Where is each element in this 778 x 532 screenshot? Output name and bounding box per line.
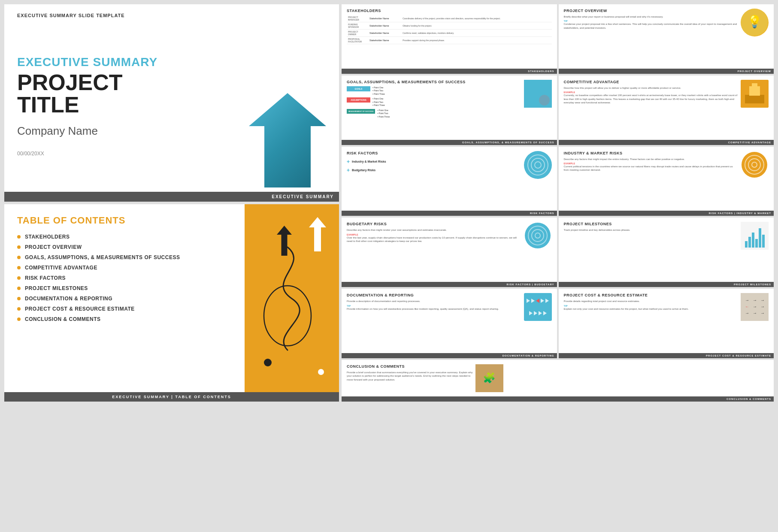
risk-maze-image xyxy=(524,151,552,179)
goals-item-1: GOALS • Point One• Point Two• Point Thre… xyxy=(347,86,524,96)
industry-title: INDUSTRY & MARKET RISKS xyxy=(564,151,738,155)
svg-text:💡: 💡 xyxy=(747,15,762,29)
comp-adv-image xyxy=(741,80,769,108)
slide-cost-estimate: PROJECT COST & RESOURCE ESTIMATE Provide… xyxy=(559,289,774,358)
budget-body: Describe any factors that might render y… xyxy=(347,228,521,232)
toc-footer: EXECUTIVE SUMMARY | TABLE OF CONTENTS xyxy=(4,392,339,402)
toc-item-4: COMPETITIVE ADVANTAGE xyxy=(17,265,232,271)
docs-title: DOCUMENTATION & REPORTING xyxy=(347,293,524,297)
slide-documentation: DOCUMENTATION & REPORTING Provide a desc… xyxy=(342,289,557,358)
svg-text:→: → xyxy=(753,298,757,302)
toc-bullet xyxy=(17,256,21,259)
svg-rect-3 xyxy=(524,80,552,108)
stakeholders-footer: STAKEHOLDERS xyxy=(342,69,557,74)
toc-bullet xyxy=(17,276,21,280)
stakeholders-table: PROJECT MANAGER Stakeholder Name Coordin… xyxy=(347,15,552,44)
toc-item-5: RISK FACTORS xyxy=(17,275,232,281)
toc-items: STAKEHOLDERS PROJECT OVERVIEW GOALS, ASS… xyxy=(17,234,232,322)
goals-item-3: MEASUREMENT OF SUCCESS • Point One• Poin… xyxy=(347,109,524,119)
toc-bullet xyxy=(17,245,21,249)
toc-scribble xyxy=(249,239,326,367)
slide-stakeholders: STAKEHOLDERS PROJECT MANAGER Stakeholder… xyxy=(342,4,557,74)
toc-item-9: CONCLUSION & COMMENTS xyxy=(17,316,232,322)
docs-footer: DOCUMENTATION & REPORTING xyxy=(342,353,557,358)
conclusion-body: Provide a brief conclusion that summariz… xyxy=(347,371,475,381)
milestones-image xyxy=(741,222,769,250)
toc-bullet xyxy=(17,266,21,269)
toc-bullet xyxy=(17,287,21,290)
milestones-body: Track project timeline and key deliverab… xyxy=(564,228,741,232)
svg-text:→: → xyxy=(753,304,757,309)
cost-title: PROJECT COST & RESOURCE ESTIMATE xyxy=(564,293,741,297)
risk-item-2: Budgetary Risks xyxy=(352,169,375,172)
industry-maze-image xyxy=(741,151,769,179)
toc-bullet xyxy=(17,307,21,311)
overview-title: PROJECT OVERVIEW xyxy=(564,9,741,13)
overview-bulb-image: 💡 xyxy=(741,9,769,36)
svg-text:→: → xyxy=(745,298,749,302)
svg-text:←: ← xyxy=(745,304,749,309)
toc-item-2: PROJECT OVERVIEW xyxy=(17,244,232,250)
industry-example-body: Current political tensions in the countr… xyxy=(564,165,738,172)
conclusion-footer: CONCLUSION & COMMENTS xyxy=(342,396,774,402)
toc-bullet xyxy=(17,297,21,300)
overview-footer: PROJECT OVERVIEW xyxy=(559,69,774,74)
slide-goals: GOALS, ASSUMPTIONS, & MEASUREMENTS OF SU… xyxy=(342,76,557,145)
toc-item-6: PROJECT MILESTONES xyxy=(17,285,232,291)
slide-budgetary-risks: BUDGETARY RISKS Describe any factors tha… xyxy=(342,218,557,287)
docs-arrows-image xyxy=(524,293,552,321)
risk-item-1: Industry & Market Risks xyxy=(352,160,386,163)
goals-title: GOALS, ASSUMPTIONS, & MEASUREMENTS OF SU… xyxy=(347,80,524,84)
budget-maze-image xyxy=(524,222,552,250)
industry-body: Describe any factors that might impact t… xyxy=(564,157,738,161)
exec-footer: EXECUTIVE SUMMARY xyxy=(4,192,339,202)
exec-blue-title: EXECUTIVE SUMMARY xyxy=(17,55,240,69)
comp-adv-body: Describe how this project will allow you… xyxy=(564,86,741,90)
toc-title: TABLE OF CONTENTS xyxy=(17,215,232,226)
risk-footer: RISK FACTORS xyxy=(342,211,557,216)
toc-right-panel xyxy=(245,204,339,392)
toc-dot-white xyxy=(318,369,324,375)
exec-subtitle: EXECUTIVE SUMMARY SLIDE TEMPLATE xyxy=(17,13,326,18)
budget-footer: RISK FACTORS | Budgetary xyxy=(342,282,557,287)
comp-adv-title: COMPETITIVE ADVANTAGE xyxy=(564,80,741,84)
svg-rect-6 xyxy=(749,86,760,96)
budget-example-body: Over the last year, supply chain disrupt… xyxy=(347,236,521,243)
toc-bullet xyxy=(17,317,21,321)
svg-text:→: → xyxy=(745,311,749,315)
toc-item-8: PROJECT COST & RESOURCE ESTIMATE xyxy=(17,306,232,312)
exec-date: 00/00/20XX xyxy=(17,151,240,157)
risk-title: RISK FACTORS xyxy=(347,151,524,155)
overview-body: Briefly describe what your report or bus… xyxy=(564,15,741,18)
overview-tip-body: Condense your project proposal into a fe… xyxy=(564,22,741,30)
stakeholders-title: STAKEHOLDERS xyxy=(347,9,552,13)
svg-rect-7 xyxy=(752,83,757,88)
svg-text:→: → xyxy=(760,304,765,309)
exec-arrow-image xyxy=(249,93,326,187)
svg-text:→: → xyxy=(760,311,765,315)
cost-tip-body: Explain not only your cost and resource … xyxy=(564,307,741,311)
cost-footer: PROJECT COST & RESOURCE ESTIMATE xyxy=(559,353,774,358)
slide-competitive-advantage: COMPETITIVE ADVANTAGE Describe how this … xyxy=(559,76,774,145)
toc-dot-black xyxy=(264,359,272,366)
slide-risk-factors: RISK FACTORS + Industry & Market Risks +… xyxy=(342,147,557,216)
comp-adv-example-body: Currently, no baseline competitors offer… xyxy=(564,94,741,104)
slide-project-milestones: PROJECT MILESTONES Track project timelin… xyxy=(559,218,774,287)
toc-item-7: DOCUMENTATION & REPORTING xyxy=(17,296,232,302)
milestones-title: PROJECT MILESTONES xyxy=(564,222,741,226)
exec-company: Company Name xyxy=(17,124,240,138)
toc-item-3: GOALS, ASSUMPTIONS, & MEASUREMENTS OF SU… xyxy=(17,254,232,260)
goals-footer: GOALS, ASSUMPTIONS, & MEASUREMENTS OF SU… xyxy=(342,140,557,145)
slide-industry-market: INDUSTRY & MARKET RISKS Describe any fac… xyxy=(559,147,774,216)
goals-teal-image xyxy=(524,80,552,108)
slide-project-overview: PROJECT OVERVIEW Briefly describe what y… xyxy=(559,4,774,74)
conclusion-title: CONCLUSION & COMMENTS xyxy=(347,364,475,369)
cost-cubes-image: → → → ← → → → → → xyxy=(741,293,769,321)
slide-executive-summary: EXECUTIVE SUMMARY SLIDE TEMPLATE EXECUTI… xyxy=(4,4,339,202)
conclusion-puzzle-image: 🧩 xyxy=(475,364,503,392)
budget-title: BUDGETARY RISKS xyxy=(347,222,521,226)
industry-footer: RISK FACTORS | Industry & Market xyxy=(559,211,774,216)
svg-text:🧩: 🧩 xyxy=(483,372,496,384)
docs-tip-body: Provide information on how you will stan… xyxy=(347,307,524,311)
comp-adv-footer: COMPETITIVE ADVANTAGE xyxy=(559,140,774,145)
